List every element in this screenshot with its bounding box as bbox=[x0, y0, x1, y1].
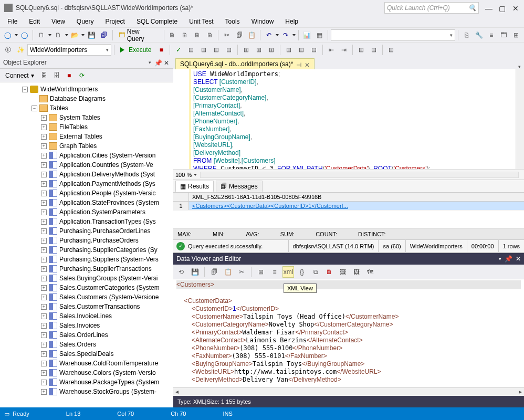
dv-copy-button[interactable]: 🗐 bbox=[208, 266, 220, 278]
expand-icon[interactable]: + bbox=[41, 257, 47, 262]
tree-table-5[interactable]: +Application.StateProvinces (System bbox=[0, 198, 173, 207]
tree-subfolder-2[interactable]: +External Tables bbox=[0, 132, 173, 141]
profiler-button[interactable]: 📊 bbox=[301, 29, 313, 41]
sql-editor[interactable]: USE WideWorldImporters; SELECT [Customer… bbox=[173, 69, 524, 169]
expand-icon[interactable]: + bbox=[41, 313, 47, 319]
menu-file[interactable]: File bbox=[2, 17, 23, 26]
expand-icon[interactable]: + bbox=[41, 389, 47, 395]
expand-icon[interactable]: + bbox=[41, 351, 47, 357]
new-item-button[interactable]: 🗋 bbox=[53, 29, 64, 41]
tree-table-15[interactable]: +Sales.Customers (System-Versione bbox=[0, 292, 173, 302]
dropdown-icon[interactable]: ▾ bbox=[149, 60, 151, 65]
results-grid-button[interactable]: ⊞ bbox=[253, 44, 265, 56]
expand-icon[interactable]: + bbox=[41, 304, 47, 310]
specify-values2-button[interactable]: ⊟ bbox=[368, 44, 380, 56]
expand-icon[interactable]: + bbox=[41, 200, 47, 206]
tree-subfolder-0[interactable]: +System Tables bbox=[0, 113, 173, 122]
pin-icon[interactable]: 📌 bbox=[505, 255, 512, 262]
menu-help[interactable]: Help bbox=[280, 17, 303, 26]
save-button[interactable]: 💾 bbox=[86, 29, 97, 41]
nav-fwd-button[interactable]: ◯ bbox=[19, 29, 30, 41]
expand-icon[interactable]: + bbox=[41, 124, 47, 130]
horizontal-scrollbar[interactable] bbox=[200, 172, 519, 178]
dropdown-icon[interactable]: ▾ bbox=[499, 256, 501, 261]
results-file-button[interactable]: ⊞ bbox=[266, 44, 277, 56]
expand-icon[interactable]: + bbox=[41, 219, 47, 225]
close-panel-icon[interactable]: ✕ bbox=[164, 59, 170, 66]
expand-icon[interactable]: + bbox=[41, 342, 47, 348]
pin-icon[interactable]: 📌 bbox=[154, 59, 161, 66]
messages-tab[interactable]: 🗐Messages bbox=[216, 181, 263, 192]
expand-icon[interactable]: + bbox=[41, 228, 47, 234]
tree-subfolder-3[interactable]: +Graph Tables bbox=[0, 141, 173, 151]
script-de-button[interactable]: 🗎 bbox=[167, 29, 179, 41]
script-dax-button[interactable]: 🗎 bbox=[204, 29, 216, 41]
menu-view[interactable]: View bbox=[46, 17, 70, 26]
expand-icon[interactable]: + bbox=[41, 181, 47, 187]
dv-hex-button[interactable]: ⊞ bbox=[255, 266, 267, 278]
tree-table-19[interactable]: +Sales.OrderLines bbox=[0, 330, 173, 340]
tree-folder-tables[interactable]: −Tables bbox=[0, 103, 173, 113]
live-stats-button[interactable]: ⊟ bbox=[223, 44, 235, 56]
expand-icon[interactable]: + bbox=[41, 332, 47, 338]
new-project-button[interactable]: 🗋 bbox=[36, 29, 47, 41]
tab-overflow-icon[interactable]: ▾ bbox=[515, 64, 524, 69]
menu-window[interactable]: Window bbox=[246, 17, 279, 26]
expand-icon[interactable]: + bbox=[41, 238, 47, 244]
menu-project[interactable]: Project bbox=[100, 17, 130, 26]
tree-table-25[interactable]: +Warehouse.StockGroups (System- bbox=[0, 387, 173, 396]
ext2-button[interactable]: 🔧 bbox=[473, 29, 485, 41]
filter-button[interactable]: 🗄 bbox=[38, 70, 50, 81]
expand-icon[interactable]: + bbox=[41, 172, 47, 177]
parse-button[interactable]: ✓ bbox=[173, 44, 184, 56]
script-xmla-button[interactable]: 🗎 bbox=[192, 29, 203, 41]
dropdown-icon[interactable] bbox=[15, 34, 18, 36]
cut-button[interactable]: ✂ bbox=[221, 29, 233, 41]
database-combo[interactable]: WideWorldImporters▾ bbox=[27, 44, 111, 56]
menu-tools[interactable]: Tools bbox=[220, 17, 245, 26]
expand-icon[interactable]: + bbox=[41, 162, 47, 168]
expand-icon[interactable]: − bbox=[32, 106, 37, 111]
scroll-left-icon[interactable]: ◂ bbox=[173, 388, 181, 396]
tree-table-3[interactable]: +Application.PaymentMethods (Sys bbox=[0, 179, 173, 188]
solution-config-combo[interactable]: ▾ bbox=[331, 29, 455, 41]
filter2-button[interactable]: 🗄 bbox=[51, 70, 62, 81]
dv-html-button[interactable]: ⧉ bbox=[310, 266, 321, 278]
close-button[interactable]: ✕ bbox=[512, 4, 520, 12]
outline-button[interactable]: ⊟ bbox=[308, 44, 320, 56]
close-panel-icon[interactable]: ✕ bbox=[516, 255, 521, 262]
ic-wand-button[interactable]: ✨ bbox=[15, 44, 26, 56]
zoom-value[interactable]: 100 % bbox=[175, 172, 192, 178]
tree-table-6[interactable]: +Application.SystemParameters bbox=[0, 207, 173, 217]
expand-icon[interactable]: + bbox=[41, 153, 47, 159]
ic-params-button[interactable]: 🛈 bbox=[2, 44, 14, 56]
column-header[interactable]: XML_F52E2B61-18A1-11d1-B105-00805F49916B bbox=[189, 193, 524, 201]
tree-table-2[interactable]: +Application.DeliveryMethods (Syst bbox=[0, 170, 173, 179]
tree-table-14[interactable]: +Sales.CustomerCategories (System bbox=[0, 283, 173, 292]
tree-table-9[interactable]: +Purchasing.PurchaseOrders bbox=[0, 236, 173, 245]
copy-button[interactable]: 🗐 bbox=[234, 29, 245, 41]
save-all-button[interactable]: 🗐 bbox=[98, 29, 110, 41]
redo-button[interactable]: ↷ bbox=[280, 29, 291, 41]
dv-cut-button[interactable]: ✂ bbox=[236, 266, 247, 278]
pin-tab-icon[interactable]: ⊣ bbox=[296, 61, 301, 67]
refresh-button[interactable]: ⟳ bbox=[76, 70, 88, 81]
dv-paste-button[interactable]: 📋 bbox=[222, 266, 234, 278]
stop-button[interactable]: ■ bbox=[155, 44, 167, 56]
include-plan-button[interactable]: ⊟ bbox=[198, 44, 209, 56]
dv-xml-view-button[interactable]: xml bbox=[282, 266, 294, 278]
tree-table-21[interactable]: +Sales.SpecialDeals bbox=[0, 349, 173, 359]
expand-icon[interactable]: + bbox=[41, 266, 47, 272]
maximize-button[interactable]: ▢ bbox=[499, 4, 506, 12]
ext1-button[interactable]: ⎘ bbox=[461, 29, 473, 41]
dv-reload-button[interactable]: ⟲ bbox=[175, 266, 187, 278]
close-tab-icon[interactable]: ✕ bbox=[305, 61, 310, 67]
tree-table-23[interactable]: +Warehouse.Colors (System-Versio bbox=[0, 368, 173, 377]
uncomment-button[interactable]: ⊟ bbox=[296, 44, 307, 56]
activity-button[interactable]: ▦ bbox=[313, 29, 325, 41]
connect-button[interactable]: Connect ▾ bbox=[2, 70, 37, 81]
expand-icon[interactable]: + bbox=[41, 361, 47, 366]
tree-table-22[interactable]: +Warehouse.ColdRoomTemperature bbox=[0, 359, 173, 368]
scroll-right-icon[interactable]: ▸ bbox=[517, 388, 524, 396]
expand-icon[interactable]: + bbox=[41, 134, 47, 140]
